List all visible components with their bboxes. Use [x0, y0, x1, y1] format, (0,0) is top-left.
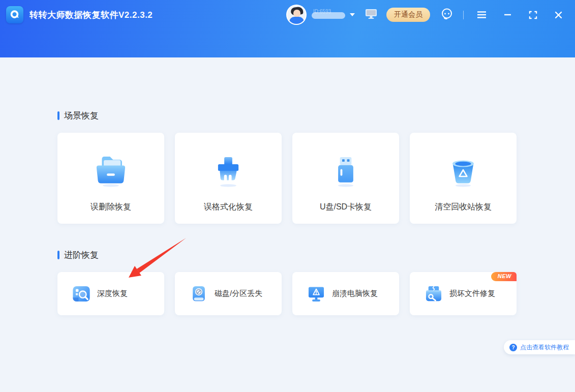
maximize-button[interactable] — [524, 8, 542, 22]
minimize-button[interactable] — [499, 8, 516, 22]
tutorial-link[interactable]: ? 点击查看软件教程 — [504, 340, 575, 354]
new-badge: NEW — [491, 272, 517, 281]
card-label: 误删除恢复 — [90, 202, 131, 213]
disk-partition-icon — [189, 284, 208, 304]
brush-icon — [210, 152, 246, 190]
section-advanced-recovery: 进阶恢复 深度恢复 — [57, 249, 517, 315]
titlebar: 转转大师数据恢复软件V2.2.3.2 ID:6593 开通会员 — [0, 0, 575, 29]
section-scenario-recovery: 场景恢复 误删除恢复 — [57, 110, 517, 224]
deep-scan-icon — [72, 284, 91, 304]
question-icon: ? — [509, 344, 517, 351]
file-repair-icon — [424, 284, 443, 304]
card-label: 误格式化恢复 — [204, 202, 253, 213]
titlebar-divider — [463, 11, 464, 19]
card-disk-partition-loss[interactable]: 磁盘/分区丢失 — [175, 272, 282, 315]
folder-icon — [93, 152, 129, 190]
section-accent-bar — [57, 251, 59, 259]
card-label: 磁盘/分区丢失 — [215, 289, 262, 298]
card-deep-recovery[interactable]: 深度恢复 — [57, 272, 164, 315]
monitor-icon[interactable] — [365, 8, 377, 21]
card-crashed-pc-recovery[interactable]: 崩溃电脑恢复 — [292, 272, 399, 315]
membership-button[interactable]: 开通会员 — [386, 8, 430, 22]
section-title: 进阶恢复 — [64, 249, 99, 261]
customer-service-icon[interactable] — [440, 7, 453, 22]
card-corrupted-file-repair[interactable]: NEW 损坏文件修复 — [410, 272, 517, 315]
card-label: 崩溃电脑恢复 — [332, 289, 378, 298]
user-id: ID:6593 — [312, 11, 345, 19]
card-label: U盘/SD卡恢复 — [320, 202, 372, 213]
section-accent-bar — [57, 111, 59, 120]
app-title: 转转大师数据恢复软件V2.2.3.2 — [29, 9, 153, 21]
recycle-bin-icon — [445, 152, 481, 190]
main-content: 场景恢复 误删除恢复 — [0, 57, 575, 315]
card-recycle-bin-recovery[interactable]: 清空回收站恢复 — [410, 133, 517, 224]
app-logo-icon — [6, 6, 23, 23]
user-avatar[interactable] — [286, 5, 307, 25]
card-deleted-file-recovery[interactable]: 误删除恢复 — [57, 133, 164, 224]
chevron-down-icon[interactable] — [350, 13, 355, 16]
header: 转转大师数据恢复软件V2.2.3.2 ID:6593 开通会员 — [0, 0, 575, 57]
card-label: 损坏文件修复 — [449, 289, 495, 298]
card-formatted-recovery[interactable]: 误格式化恢复 — [175, 133, 282, 224]
section-title: 场景恢复 — [64, 110, 99, 122]
usb-icon — [328, 152, 364, 190]
tutorial-label: 点击查看软件教程 — [520, 343, 569, 352]
card-label: 清空回收站恢复 — [435, 202, 492, 213]
close-button[interactable] — [550, 8, 567, 22]
card-label: 深度恢复 — [97, 289, 128, 298]
menu-button[interactable] — [472, 8, 491, 22]
card-usb-sd-recovery[interactable]: U盘/SD卡恢复 — [292, 133, 399, 224]
crashed-pc-icon — [307, 284, 326, 304]
